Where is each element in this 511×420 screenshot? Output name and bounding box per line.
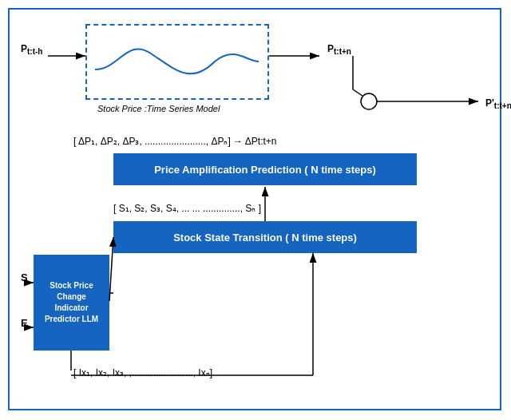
price-amp-label: Price Amplification Prediction ( N time … (154, 164, 376, 176)
ts-model-label: Stock Price :Time Series Model (97, 104, 220, 113)
formula1: [ ΔP₁, ΔP₂, ΔP₃, .......................… (73, 136, 276, 147)
formula3: [ Ix₁, Ix₂, Ix₃, ,......................… (73, 367, 212, 378)
llm-label: Stock PriceChangeIndicatorPredictor LLM (42, 277, 101, 328)
formula2: [ S₁, S₂, S₃, S₄, ... ... ..............… (113, 203, 261, 214)
stock-state-label: Stock State Transition ( N time steps) (173, 232, 357, 244)
e-label: E (21, 317, 28, 329)
stock-state-box: Stock State Transition ( N time steps) (113, 221, 417, 253)
wave-chart (87, 26, 267, 98)
svg-point-5 (361, 93, 377, 109)
pt-tn-label: Pt:t+n (327, 43, 351, 56)
price-amp-box: Price Amplification Prediction ( N time … (113, 153, 417, 185)
outer-border: Stock Price :Time Series Model Pt:t-h Pt… (8, 8, 501, 410)
svg-line-6 (353, 89, 362, 96)
llm-box: Stock PriceChangeIndicatorPredictor LLM (34, 255, 109, 351)
s-label: S (21, 271, 28, 283)
ptt-h-label: Pt:t-h (21, 43, 42, 56)
pt-tn-prime-label: P't:t+n (485, 97, 511, 110)
